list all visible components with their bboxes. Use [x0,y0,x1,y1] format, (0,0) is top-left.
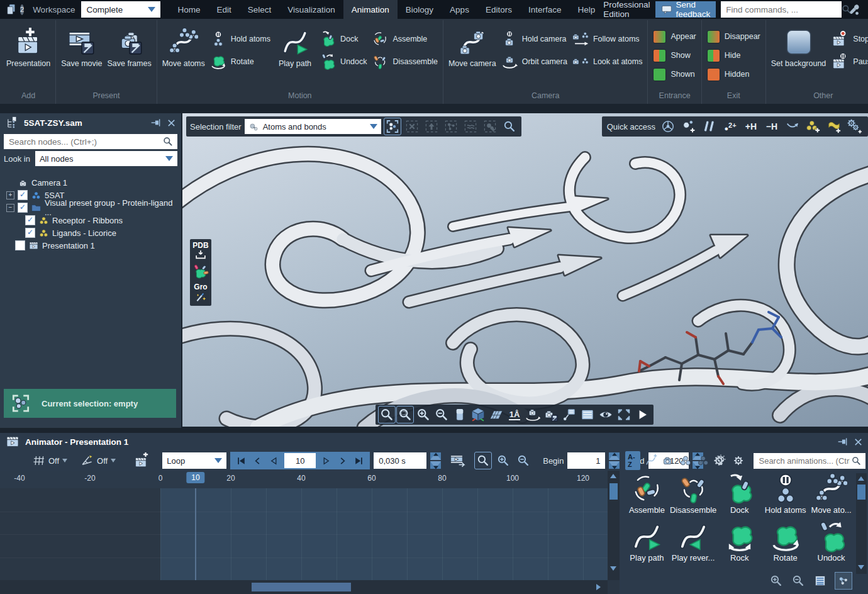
zoom-region-button[interactable] [397,406,413,423]
save-frames-button[interactable]: Save frames [108,25,152,68]
add-preset-icon[interactable] [826,118,842,135]
scrollbar-thumb[interactable] [252,583,351,591]
menu-editors[interactable]: Editors [477,0,520,19]
tree-row-camera1[interactable]: Camera 1 [6,176,181,189]
annotation-button[interactable] [561,406,577,423]
menu-home[interactable]: Home [169,0,208,19]
simulation-settings-icon[interactable] [847,118,863,135]
scroll-down-icon[interactable] [858,565,864,569]
screenshot-button[interactable] [543,406,559,423]
close-icon[interactable] [854,437,863,447]
hidden-button[interactable]: Hidden [707,67,760,82]
animation-rotate[interactable]: Rotate [762,521,808,563]
save-movie-button[interactable]: Save movie [61,25,102,68]
search-nodes-input[interactable] [8,137,162,147]
zoom-tool-button[interactable] [379,406,395,423]
filter-camera-icon[interactable] [661,452,676,469]
undock-button[interactable]: Undock [320,54,367,69]
sort-az-button[interactable]: A-Z [625,451,640,470]
shown-button[interactable]: Shown [653,67,696,82]
checkbox-unchecked[interactable] [15,240,25,250]
pin-icon[interactable] [150,117,162,128]
search-animations-input[interactable] [757,456,851,466]
workspace-select[interactable]: Complete [81,1,160,18]
menu-visualization[interactable]: Visualization [279,0,343,19]
filter-structure-icon[interactable] [679,452,693,469]
checkbox-checked[interactable]: ✓ [25,215,35,225]
animation-move-atoms[interactable]: Move ato... [808,473,854,515]
tree-row-visual-preset-group[interactable]: − ✓ Visual preset group - Protein-ligand… [6,201,181,214]
docking-tool-button[interactable] [192,264,209,281]
show-button[interactable]: Show [653,48,696,63]
add-atom-icon[interactable] [681,118,697,135]
search-animations-box[interactable] [754,453,865,469]
assemble-button[interactable]: Assemble [372,31,438,47]
timeline[interactable]: -40 -20 0 10 20 40 60 80 100 120 [0,471,620,594]
send-feedback-button[interactable]: Send feedback [655,1,716,18]
expander-minus[interactable]: − [6,204,14,212]
play-path-button[interactable]: Play path [275,25,314,68]
library-zoom-out-button[interactable] [791,574,805,588]
scroll-down-icon[interactable] [610,566,616,571]
orbit-view-button[interactable] [525,406,541,423]
skip-to-start-button[interactable] [233,453,249,468]
find-commands-input[interactable] [725,4,838,15]
timeline-ruler[interactable]: -40 -20 0 10 20 40 60 80 100 120 [0,471,608,488]
gromacs-wizard-button[interactable]: Gro [194,283,207,303]
step-forward-button[interactable] [335,453,350,468]
search-icon[interactable] [851,456,862,466]
animation-play-reverse[interactable]: Play rever... [670,521,716,563]
library-scrollbar[interactable] [856,473,867,574]
periodic-table-icon[interactable] [660,118,676,135]
scrollbar-thumb[interactable] [609,483,618,500]
select-atoms-button[interactable] [384,118,401,135]
library-settings-icon[interactable] [732,452,746,469]
appear-button[interactable]: Appear [653,29,696,44]
group-selection-button[interactable] [482,118,498,135]
animation-undock[interactable]: Undock [808,521,854,563]
grid-toggle[interactable]: Off [31,454,67,468]
begin-spinner[interactable] [609,452,620,469]
scroll-right-icon[interactable] [596,584,601,590]
frame-duration-spinner[interactable] [430,452,441,469]
visibility-button[interactable] [598,406,614,423]
search-nodes-box[interactable] [4,134,177,149]
animation-dock[interactable]: Dock [716,473,762,515]
disappear-button[interactable]: Disappear [707,29,760,44]
zoom-in-button[interactable] [415,406,431,423]
pdb-download-button[interactable]: PDB [192,242,208,262]
tools-icon[interactable] [847,3,860,16]
step-back-button[interactable] [250,453,265,468]
move-camera-button[interactable]: Move camera [448,25,496,68]
zoom-selection-button[interactable] [501,118,518,135]
timeline-playhead[interactable] [195,488,196,580]
snap-toggle[interactable]: Off [80,454,116,468]
tree-row-ligands[interactable]: ✓ Ligands - Licorice [6,227,181,239]
deselect-button[interactable] [404,118,420,135]
scale-indicator-button[interactable]: 1Å [506,406,523,423]
move-atoms-button[interactable]: Move atoms [162,25,205,68]
menu-interface[interactable]: Interface [520,0,570,19]
bond-order-icon[interactable] [701,118,718,135]
disassemble-button[interactable]: Disassemble [372,54,438,69]
filter-effects-icon[interactable] [714,452,728,469]
scroll-up-icon[interactable] [858,476,864,481]
find-commands-box[interactable] [721,1,842,18]
filter-group-icon[interactable] [696,452,711,469]
viewport-3d[interactable]: Selection filter Atoms and bonds Quick a… [182,113,868,427]
scroll-up-icon[interactable] [610,474,616,478]
close-icon[interactable] [167,118,176,128]
timeline-zoom-in-button[interactable] [495,452,511,469]
menu-biology[interactable]: Biology [398,0,442,19]
timeline-vertical-scrollbar[interactable] [608,471,620,580]
menu-edit[interactable]: Edit [208,0,239,19]
grid-plane-button[interactable] [488,406,504,423]
app-icon[interactable] [5,3,18,16]
rotate-button[interactable]: Rotate [210,54,270,69]
play-forward-button[interactable] [318,453,334,468]
checkbox-checked[interactable]: ✓ [25,228,35,238]
orientation-cube-button[interactable] [470,406,486,423]
hold-camera-button[interactable]: Hold camera [501,31,567,47]
frame-duration-box[interactable]: 0,030 s [374,452,426,469]
menu-select[interactable]: Select [240,0,280,19]
